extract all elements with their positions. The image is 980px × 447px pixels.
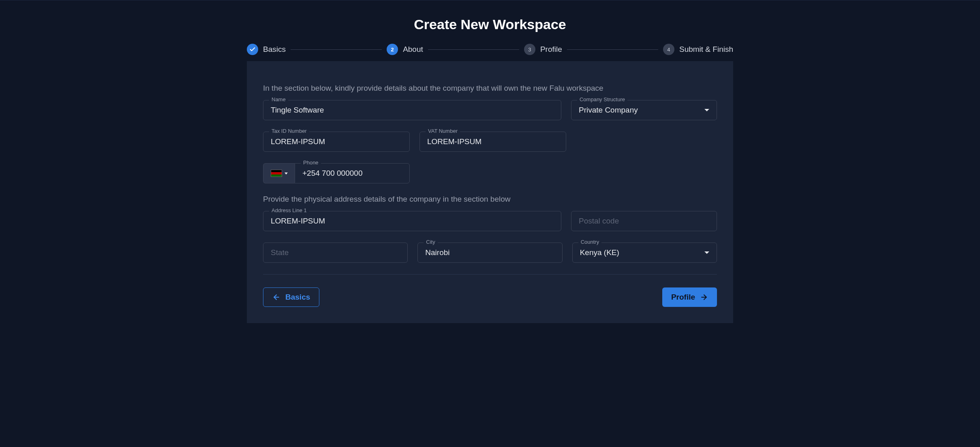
step-number-icon: 3 [524,44,535,55]
select-value: Kenya (KE) [573,243,704,262]
step-connector [291,49,382,50]
field-label: Address Line 1 [269,207,309,213]
divider [263,274,717,275]
postal-field[interactable] [571,211,717,231]
name-input[interactable] [263,100,561,120]
field-label: City [424,239,437,245]
phone-field[interactable]: Phone [295,163,410,183]
address1-input[interactable] [263,211,561,231]
stepper: Basics 2 About 3 Profile 4 Submit & Fini… [247,44,733,55]
page-title: Create New Workspace [0,17,980,32]
phone-country-select[interactable] [263,163,295,183]
phone-group: Phone [263,163,410,183]
step-label: Profile [540,45,562,54]
field-label: Tax ID Number [269,128,309,134]
city-input[interactable] [418,243,562,262]
tax-id-field[interactable]: Tax ID Number [263,132,410,152]
structure-select[interactable]: Company Structure Private Company [571,100,717,120]
city-field[interactable]: City [417,243,562,263]
back-button[interactable]: Basics [263,287,319,307]
step-label: Submit & Finish [679,45,733,54]
button-label: Profile [671,293,695,302]
field-label: Phone [301,160,321,166]
section-company-text: In the section below, kindly provide det… [263,84,717,93]
state-input[interactable] [263,243,407,262]
field-label: VAT Number [426,128,460,134]
select-value: Private Company [571,100,704,120]
vat-input[interactable] [420,132,566,151]
postal-input[interactable] [571,211,717,231]
step-basics[interactable]: Basics [247,44,286,55]
form-card: In the section below, kindly provide det… [247,61,733,323]
country-select[interactable]: Country Kenya (KE) [572,243,717,263]
step-label: About [403,45,423,54]
step-about[interactable]: 2 About [387,44,423,55]
field-label: Country [578,239,602,245]
address1-field[interactable]: Address Line 1 [263,211,561,231]
vat-field[interactable]: VAT Number [419,132,566,152]
step-number-icon: 2 [387,44,398,55]
section-address-text: Provide the physical address details of … [263,195,717,204]
check-icon [247,44,258,55]
step-submit[interactable]: 4 Submit & Finish [663,44,733,55]
chevron-down-icon [704,251,709,254]
field-label: Company Structure [577,96,627,102]
arrow-right-icon [700,293,708,301]
kenya-flag-icon [271,170,282,177]
name-field[interactable]: Name [263,100,561,120]
phone-input[interactable] [295,164,409,183]
arrow-left-icon [272,293,280,301]
chevron-down-icon [285,172,288,175]
state-field[interactable] [263,243,408,263]
step-number-icon: 4 [663,44,674,55]
field-label: Name [269,96,288,102]
tax-id-input[interactable] [263,132,409,151]
step-profile[interactable]: 3 Profile [524,44,562,55]
chevron-down-icon [704,109,709,111]
step-connector [428,49,519,50]
step-label: Basics [263,45,286,54]
step-connector [567,49,658,50]
button-label: Basics [285,293,310,302]
next-button[interactable]: Profile [662,287,717,307]
